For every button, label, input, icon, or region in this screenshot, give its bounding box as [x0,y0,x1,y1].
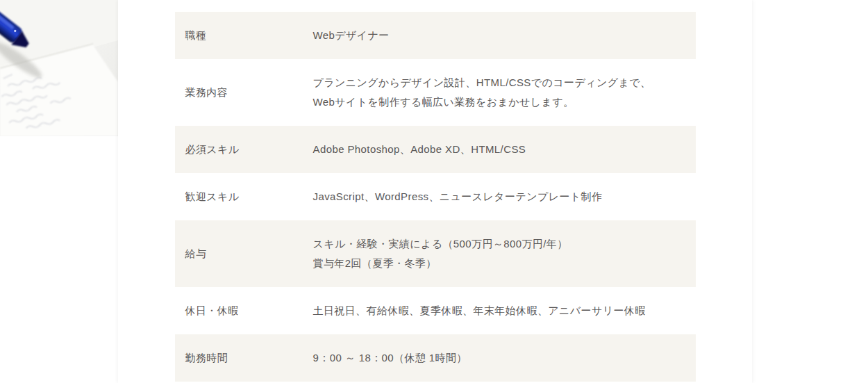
row-value: Webデザイナー [313,26,696,45]
table-row: 休日・休暇 土日祝日、有給休暇、夏季休暇、年末年始休暇、アニバーサリー休暇 [175,287,696,334]
row-value-line: 9：00 ～ 18：00（休憩 1時間） [313,348,685,368]
table-row: 業務内容 プランニングからデザイン設計、HTML/CSSでのコーディングまで、W… [175,59,696,126]
row-value-line: スキル・経験・実績による（500万円～800万円/年） [313,234,685,254]
row-value: Adobe Photoshop、Adobe XD、HTML/CSS [313,140,696,159]
row-value: JavaScript、WordPress、ニュースレターテンプレート制作 [313,187,696,206]
row-label: 給与 [175,244,313,263]
job-table: 職種 Webデザイナー 業務内容 プランニングからデザイン設計、HTML/CSS… [175,12,696,382]
row-value: 9：00 ～ 18：00（休憩 1時間） [313,348,696,368]
row-label: 歓迎スキル [175,187,313,206]
row-label: 業務内容 [175,83,313,102]
row-value: プランニングからデザイン設計、HTML/CSSでのコーディングまで、Webサイト… [313,73,696,112]
row-value-line: Webサイトを制作する幅広い業務をおまかせします。 [313,92,685,112]
row-value: 土日祝日、有給休暇、夏季休暇、年末年始休暇、アニバーサリー休暇 [313,301,696,320]
row-label: 勤務時間 [175,348,313,368]
table-row: 職種 Webデザイナー [175,12,696,59]
row-value-line: JavaScript、WordPress、ニュースレターテンプレート制作 [313,187,685,206]
table-row: 必須スキル Adobe Photoshop、Adobe XD、HTML/CSS [175,126,696,173]
row-value: スキル・経験・実績による（500万円～800万円/年）賞与年2回（夏季・冬季） [313,234,696,273]
row-value-line: プランニングからデザイン設計、HTML/CSSでのコーディングまで、 [313,73,685,92]
row-label: 休日・休暇 [175,301,313,320]
row-value-line: 賞与年2回（夏季・冬季） [313,254,685,273]
table-row: 給与 スキル・経験・実績による（500万円～800万円/年）賞与年2回（夏季・冬… [175,220,696,287]
table-row: 勤務時間 9：00 ～ 18：00（休憩 1時間） [175,334,696,382]
content-card: 職種 Webデザイナー 業務内容 プランニングからデザイン設計、HTML/CSS… [118,0,752,383]
row-value-line: 土日祝日、有給休暇、夏季休暇、年末年始休暇、アニバーサリー休暇 [313,301,685,320]
row-value-line: Adobe Photoshop、Adobe XD、HTML/CSS [313,140,685,159]
row-label: 職種 [175,26,313,45]
table-row: 歓迎スキル JavaScript、WordPress、ニュースレターテンプレート… [175,173,696,220]
pen-and-notes-photo [0,0,118,136]
row-value-line: Webデザイナー [313,26,685,45]
row-label: 必須スキル [175,140,313,159]
